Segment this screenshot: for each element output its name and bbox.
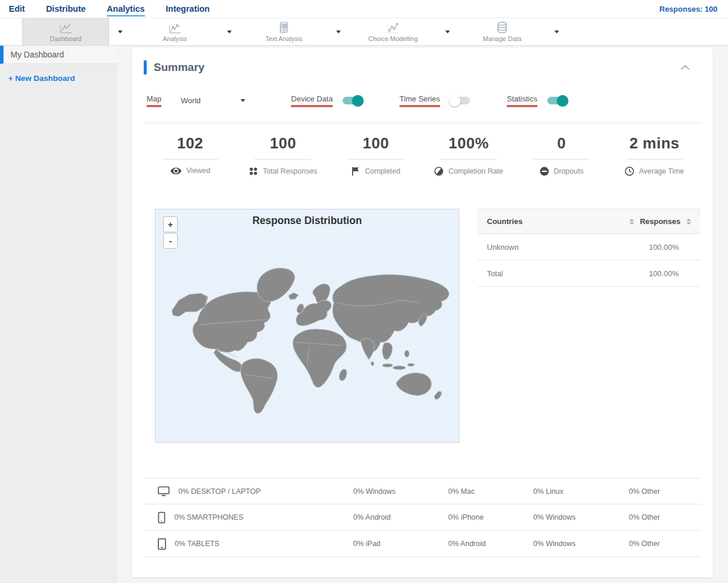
divider xyxy=(441,159,497,160)
country-name: Unknown xyxy=(487,243,649,252)
sort-icon[interactable] xyxy=(629,219,634,225)
country-responses: 100.00% xyxy=(649,269,700,278)
choice-modelling-button[interactable]: Choice Modelling xyxy=(350,18,436,45)
map-section: Response Distribution + - xyxy=(144,209,701,443)
stat-average-time: 2 mins Average Time xyxy=(608,134,700,176)
toolbar-label: Manage Data xyxy=(483,35,522,42)
kpi-stats-row: 102 Viewed 100 Total Responses xyxy=(144,134,701,176)
text-analysis-button[interactable]: Text Analysis xyxy=(241,18,327,45)
collapse-chevron-up-icon[interactable] xyxy=(680,62,690,73)
stat-label: Dropouts xyxy=(554,167,584,175)
dots-grid-icon xyxy=(249,167,258,176)
device-label: 0% DESKTOP / LAPTOP xyxy=(178,487,260,496)
zoom-out-button[interactable]: - xyxy=(163,233,178,249)
new-dashboard-button[interactable]: + New Dashboard xyxy=(8,74,117,83)
device-data-label: Device Data xyxy=(291,94,333,107)
table-row: 0% TABLETS 0% iPad 0% Android 0% Windows… xyxy=(144,531,701,557)
stat-completed: 100 Completed xyxy=(330,134,422,176)
stat-completion-rate: 100% Completion Rate xyxy=(422,134,515,176)
analysis-button[interactable]: Analysis xyxy=(131,18,218,45)
responses-column-header[interactable]: Responses xyxy=(640,217,680,226)
nav-tabs: Edit Distribute Analytics Integration xyxy=(9,2,209,16)
device-label: 0% TABLETS xyxy=(175,540,219,548)
time-series-toggle[interactable] xyxy=(450,97,470,104)
country-responses: 100.00% xyxy=(649,243,700,252)
toggle-knob xyxy=(449,95,460,107)
stat-value: 102 xyxy=(144,134,236,152)
table-row: Unknown 100.00% xyxy=(478,234,700,260)
toggle-knob xyxy=(352,95,364,107)
toolbar-label: Dashboard xyxy=(50,35,82,42)
responses-count[interactable]: Responses: 100 xyxy=(659,5,717,13)
desktop-icon xyxy=(157,486,170,497)
sidebar-item-my-dashboard[interactable]: My Dashboard xyxy=(0,46,117,64)
choice-modelling-dropdown-caret[interactable] xyxy=(436,30,459,33)
map-label: Map xyxy=(147,94,161,107)
table-row: 0% DESKTOP / LAPTOP 0% Windows 0% Mac 0%… xyxy=(144,478,701,504)
time-series-label: Time Series xyxy=(399,94,440,107)
device-stat: 0% Android xyxy=(448,540,533,548)
countries-column-header[interactable]: Countries xyxy=(487,217,624,226)
summary-header: Summary xyxy=(144,60,701,74)
stat-value: 100% xyxy=(422,134,515,152)
toolbar-label: Text Analysis xyxy=(265,35,303,42)
stat-dropouts: 0 Dropouts xyxy=(515,134,608,176)
table-row: 0% SMARTPHONES 0% Android 0% iPhone 0% W… xyxy=(144,504,701,531)
device-label: 0% SMARTPHONES xyxy=(174,513,243,521)
device-data-toggle[interactable] xyxy=(343,97,363,104)
stat-label: Completed xyxy=(365,167,400,175)
device-stat: 0% Other xyxy=(629,487,701,496)
divider xyxy=(255,159,311,160)
stat-value: 100 xyxy=(236,134,329,152)
dashboard-button[interactable]: Dashboard xyxy=(22,18,109,45)
toolbar-group-manage-data: Manage Data xyxy=(459,18,568,45)
stat-value: 100 xyxy=(330,134,422,152)
manage-data-button[interactable]: Manage Data xyxy=(459,18,546,45)
divider xyxy=(627,159,683,160)
text-analysis-dropdown-caret[interactable] xyxy=(327,30,350,33)
stat-total-responses: 100 Total Responses xyxy=(236,134,329,176)
nav-tab-analytics[interactable]: Analytics xyxy=(107,2,144,16)
nav-tab-integration[interactable]: Integration xyxy=(166,2,210,16)
sort-icon[interactable] xyxy=(686,219,691,225)
manage-data-dropdown-caret[interactable] xyxy=(546,30,568,33)
statistics-toggle[interactable] xyxy=(547,97,567,104)
toolbar-group-dashboard: Dashboard xyxy=(22,18,131,45)
stat-label: Viewed xyxy=(187,167,211,175)
device-stat: 0% Android xyxy=(353,513,448,521)
map-zoom-controls: + - xyxy=(163,216,178,249)
divider xyxy=(533,159,590,160)
minus-circle-icon xyxy=(540,167,549,176)
toolbar-group-analysis: Analysis xyxy=(131,18,241,45)
document-grid-icon xyxy=(276,21,292,34)
response-distribution-map[interactable]: Response Distribution + - xyxy=(155,209,459,443)
dashboard-dropdown-caret[interactable] xyxy=(109,30,131,33)
device-stat: 0% Windows xyxy=(533,540,629,548)
map-region-select[interactable]: World xyxy=(181,96,245,105)
analysis-dropdown-caret[interactable] xyxy=(218,30,241,33)
stat-label: Average Time xyxy=(639,167,684,175)
stat-label: Completion Rate xyxy=(448,167,503,175)
workspace: My Dashboard + New Dashboard Summary Map… xyxy=(0,46,728,583)
clock-icon xyxy=(625,167,634,176)
stat-value: 2 mins xyxy=(608,134,700,152)
device-stat: 0% Mac xyxy=(448,487,533,496)
stat-viewed: 102 Viewed xyxy=(144,134,236,176)
stat-label: Total Responses xyxy=(263,167,317,175)
sidebar-item-label: My Dashboard xyxy=(11,50,64,59)
zoom-in-button[interactable]: + xyxy=(163,216,178,232)
line-chart-icon xyxy=(58,22,73,34)
device-breakdown-table: 0% DESKTOP / LAPTOP 0% Windows 0% Mac 0%… xyxy=(144,478,701,557)
nav-tab-distribute[interactable]: Distribute xyxy=(46,2,86,16)
device-data-toggle-group: Device Data xyxy=(291,94,363,107)
time-series-toggle-group: Time Series xyxy=(399,94,470,107)
statistics-toggle-group: Statistics xyxy=(507,94,567,107)
divider xyxy=(144,123,701,123)
flag-icon xyxy=(351,167,360,176)
device-stat: 0% Other xyxy=(629,513,701,521)
scatter-chart-icon xyxy=(385,22,401,34)
world-map[interactable] xyxy=(155,209,459,442)
section-title: Summary xyxy=(154,61,205,74)
nav-tab-edit[interactable]: Edit xyxy=(9,2,25,16)
toggle-knob xyxy=(557,95,568,107)
